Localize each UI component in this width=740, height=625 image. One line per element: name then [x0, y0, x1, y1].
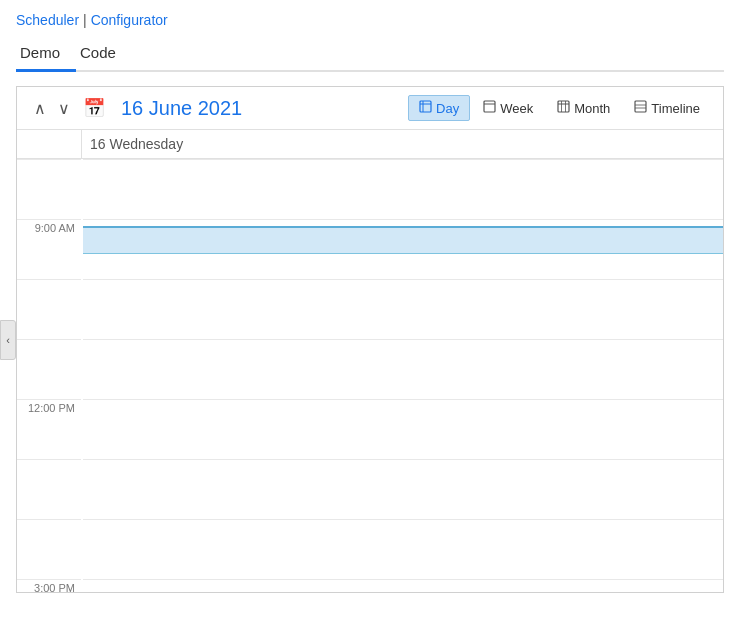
link-separator: | — [83, 12, 87, 28]
svg-rect-9 — [635, 101, 646, 112]
time-cell-8[interactable] — [83, 159, 723, 219]
current-date: 16 June 2021 — [121, 97, 398, 120]
tab-demo[interactable]: Demo — [16, 38, 76, 72]
time-label-12: 12:00 PM — [17, 399, 81, 459]
view-buttons: Day Week — [408, 95, 711, 121]
tab-code[interactable]: Code — [76, 38, 132, 72]
week-label: Week — [500, 101, 533, 116]
time-label-15: 3:00 PM — [17, 579, 81, 592]
time-cell-10[interactable] — [83, 279, 723, 339]
day-header-cell: 16 Wednesday — [82, 130, 723, 158]
timeline-view-icon — [634, 100, 647, 116]
scheduler-header: ∧ ∨ 📅 16 June 2021 Day — [17, 87, 723, 130]
calendar-body: 16 Wednesday 12:00 AM3:00 AM6:00 AM9:00 … — [17, 130, 723, 592]
time-grid[interactable]: 12:00 AM3:00 AM6:00 AM9:00 AM12:00 PM3:0… — [17, 159, 723, 592]
view-day-button[interactable]: Day — [408, 95, 470, 121]
time-cell-11[interactable] — [83, 339, 723, 399]
day-header: 16 Wednesday — [17, 130, 723, 159]
timeline-label: Timeline — [651, 101, 700, 116]
time-cell-15[interactable] — [83, 579, 723, 592]
time-label-10 — [17, 279, 81, 339]
time-label-14 — [17, 519, 81, 579]
svg-rect-5 — [558, 101, 569, 112]
chevron-left-icon: ‹ — [6, 334, 10, 346]
time-cell-13[interactable] — [83, 459, 723, 519]
view-week-button[interactable]: Week — [472, 95, 544, 121]
time-label-13 — [17, 459, 81, 519]
configurator-link[interactable]: Configurator — [91, 12, 168, 28]
scheduler-link[interactable]: Scheduler — [16, 12, 79, 28]
view-timeline-button[interactable]: Timeline — [623, 95, 711, 121]
time-label-11 — [17, 339, 81, 399]
time-cell-12[interactable] — [83, 399, 723, 459]
day-label: Day — [436, 101, 459, 116]
svg-rect-0 — [420, 101, 431, 112]
svg-rect-3 — [484, 101, 495, 112]
view-month-button[interactable]: Month — [546, 95, 621, 121]
day-view-icon — [419, 100, 432, 116]
week-view-icon — [483, 100, 496, 116]
month-view-icon — [557, 100, 570, 116]
time-label-8 — [17, 159, 81, 219]
month-label: Month — [574, 101, 610, 116]
time-cell-14[interactable] — [83, 519, 723, 579]
time-gutter-header — [17, 130, 82, 158]
next-button[interactable]: ∨ — [53, 97, 75, 120]
calendar-icon[interactable]: 📅 — [83, 97, 105, 119]
side-collapse-button[interactable]: ‹ — [0, 320, 16, 360]
time-cell-9[interactable] — [83, 219, 723, 279]
prev-button[interactable]: ∧ — [29, 97, 51, 120]
time-label-9: 9:00 AM — [17, 219, 81, 279]
